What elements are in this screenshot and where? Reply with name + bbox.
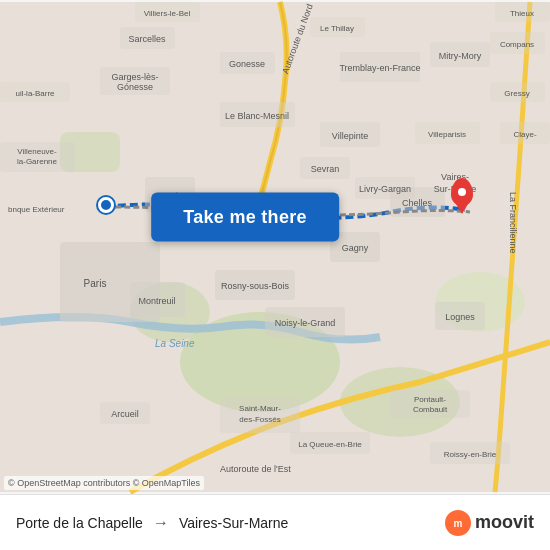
svg-text:la-Garenne: la-Garenne — [17, 157, 58, 166]
moovit-logo: m moovit — [445, 510, 534, 536]
svg-text:Combault: Combault — [413, 405, 448, 414]
svg-text:m: m — [454, 518, 463, 529]
svg-text:Saint-Maur-: Saint-Maur- — [239, 404, 281, 413]
svg-text:Mitry-Mory: Mitry-Mory — [439, 51, 482, 61]
svg-text:uil-la-Barre: uil-la-Barre — [15, 89, 55, 98]
svg-text:Thieux: Thieux — [510, 9, 534, 18]
svg-text:Villeneuve-: Villeneuve- — [17, 147, 57, 156]
svg-text:La Francilienne: La Francilienne — [508, 192, 518, 254]
svg-text:Tremblay-en-France: Tremblay-en-France — [339, 63, 420, 73]
destination-pin-body — [451, 178, 473, 206]
destination-marker — [451, 178, 473, 206]
svg-text:La Seine: La Seine — [155, 338, 195, 349]
origin-label: Porte de la Chapelle — [16, 515, 143, 531]
app-container: La Seine Autoroute du Nord Autoroute de … — [0, 0, 550, 550]
svg-text:Sarcelles: Sarcelles — [128, 34, 166, 44]
moovit-logo-icon: m — [445, 510, 471, 536]
take-me-there-button[interactable]: Take me there — [151, 193, 339, 242]
svg-text:Gressy: Gressy — [504, 89, 529, 98]
destination-pin-dot — [458, 188, 466, 196]
svg-text:Roissy-en-Brie: Roissy-en-Brie — [444, 450, 497, 459]
svg-text:Noisy-le-Grand: Noisy-le-Grand — [275, 318, 336, 328]
svg-text:Gónesse: Gónesse — [117, 82, 153, 92]
svg-text:Gonesse: Gonesse — [229, 59, 265, 69]
svg-text:Compans: Compans — [500, 40, 534, 49]
svg-text:La Queue-en-Brie: La Queue-en-Brie — [298, 440, 362, 449]
footer: Porte de la Chapelle → Vaires-Sur-Marne … — [0, 494, 550, 550]
route-arrow: → — [153, 514, 169, 532]
svg-text:Le Thillay: Le Thillay — [320, 24, 354, 33]
svg-text:Livry-Gargan: Livry-Gargan — [359, 184, 411, 194]
map-svg: La Seine Autoroute du Nord Autoroute de … — [0, 0, 550, 494]
svg-text:bnque Extérieur: bnque Extérieur — [8, 205, 65, 214]
svg-text:Garges-lès-: Garges-lès- — [111, 72, 158, 82]
route-info: Porte de la Chapelle → Vaires-Sur-Marne — [16, 514, 445, 532]
svg-text:Montreuil: Montreuil — [138, 296, 175, 306]
svg-text:Claye-: Claye- — [513, 130, 536, 139]
moovit-icon-svg: m — [450, 515, 466, 531]
moovit-logo-text: moovit — [475, 512, 534, 533]
svg-text:Villeparisis: Villeparisis — [428, 130, 466, 139]
svg-text:Autoroute de l'Est: Autoroute de l'Est — [220, 464, 291, 474]
svg-text:Villiers-le-Bel: Villiers-le-Bel — [144, 9, 191, 18]
svg-text:Chelles: Chelles — [402, 198, 433, 208]
svg-text:Pontault-: Pontault- — [414, 395, 446, 404]
svg-text:Gagny: Gagny — [342, 243, 369, 253]
svg-text:Paris: Paris — [84, 278, 107, 289]
origin-marker — [98, 197, 114, 213]
svg-text:Rosny-sous-Bois: Rosny-sous-Bois — [221, 281, 290, 291]
svg-text:Le Blanc-Mesnil: Le Blanc-Mesnil — [225, 111, 289, 121]
svg-text:Sevran: Sevran — [311, 164, 340, 174]
map-attribution: © OpenStreetMap contributors © OpenMapTi… — [4, 476, 204, 490]
destination-label: Vaires-Sur-Marne — [179, 515, 288, 531]
svg-text:Arcueil: Arcueil — [111, 409, 139, 419]
svg-text:des-Fossés: des-Fossés — [239, 415, 280, 424]
svg-text:Lognes: Lognes — [445, 312, 475, 322]
svg-text:Villepinte: Villepinte — [332, 131, 368, 141]
map-area: La Seine Autoroute du Nord Autoroute de … — [0, 0, 550, 494]
